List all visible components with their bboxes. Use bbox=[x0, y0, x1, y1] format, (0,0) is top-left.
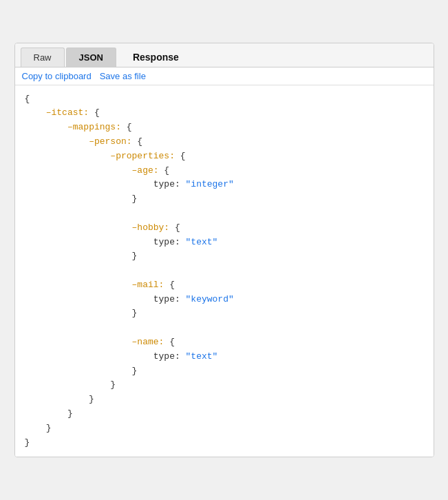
toolbar: Copy to clipboard Save as file bbox=[15, 67, 434, 85]
json-line: } bbox=[25, 407, 424, 421]
json-key: –person: bbox=[89, 136, 131, 147]
json-line: } bbox=[25, 378, 424, 393]
json-line: } bbox=[25, 249, 424, 264]
json-line bbox=[25, 321, 424, 335]
tab-bar: Raw JSON Response bbox=[15, 43, 434, 67]
json-line: type: "integer" bbox=[25, 178, 424, 192]
json-key: –age: bbox=[132, 165, 159, 176]
json-line: type: "text" bbox=[25, 236, 424, 250]
json-line bbox=[25, 207, 424, 221]
json-key: –mail: bbox=[132, 280, 164, 290]
json-key: –itcast: bbox=[46, 107, 89, 118]
json-line: –properties: { bbox=[25, 149, 424, 164]
json-key: –properties: bbox=[110, 151, 175, 161]
json-display: { –itcast: { –mappings: { –person: { –pr… bbox=[15, 85, 434, 457]
json-line: } bbox=[25, 192, 424, 207]
json-line: –hobby: { bbox=[25, 221, 424, 236]
json-line bbox=[25, 264, 424, 278]
json-key: –mappings: bbox=[67, 122, 121, 132]
json-line: type: "keyword" bbox=[25, 293, 424, 307]
json-line: –mappings: { bbox=[25, 121, 424, 135]
json-line: –mail: { bbox=[25, 278, 424, 293]
json-value: "text" bbox=[186, 351, 218, 362]
json-line: } bbox=[25, 364, 424, 379]
json-line: } bbox=[25, 306, 424, 321]
json-line: } bbox=[25, 393, 424, 407]
json-value: "integer" bbox=[186, 179, 234, 189]
json-value: "text" bbox=[186, 237, 218, 247]
tab-raw[interactable]: Raw bbox=[21, 48, 65, 67]
json-value: "keyword" bbox=[186, 294, 234, 304]
json-line: { bbox=[25, 92, 424, 107]
copy-to-clipboard-link[interactable]: Copy to clipboard bbox=[22, 71, 92, 81]
tab-json[interactable]: JSON bbox=[66, 48, 116, 67]
save-as-file-link[interactable]: Save as file bbox=[100, 71, 146, 81]
json-line: –name: { bbox=[25, 335, 424, 350]
main-panel: Raw JSON Response Copy to clipboard Save… bbox=[14, 43, 434, 458]
json-line: –itcast: { bbox=[25, 106, 424, 121]
json-key: –hobby: bbox=[132, 222, 170, 233]
json-line: } bbox=[25, 421, 424, 436]
json-line: –person: { bbox=[25, 135, 424, 149]
json-line: –age: { bbox=[25, 164, 424, 178]
json-line: } bbox=[25, 436, 424, 450]
tab-response[interactable]: Response bbox=[120, 48, 191, 67]
json-key: –name: bbox=[132, 337, 164, 347]
json-line: type: "text" bbox=[25, 350, 424, 364]
